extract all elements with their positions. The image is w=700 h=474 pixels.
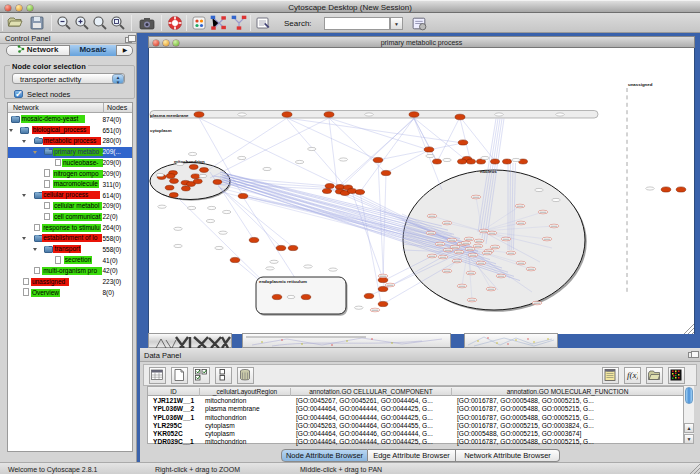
svg-text:plasma membrane: plasma membrane bbox=[150, 113, 189, 118]
svg-text:endoplasmic reticulum: endoplasmic reticulum bbox=[259, 279, 307, 284]
svg-text:cytoplasm: cytoplasm bbox=[150, 128, 172, 133]
svg-text:unassigned: unassigned bbox=[628, 82, 653, 87]
svg-text:f(x): f(x) bbox=[627, 370, 638, 380]
svg-text:nucleus: nucleus bbox=[480, 169, 497, 174]
